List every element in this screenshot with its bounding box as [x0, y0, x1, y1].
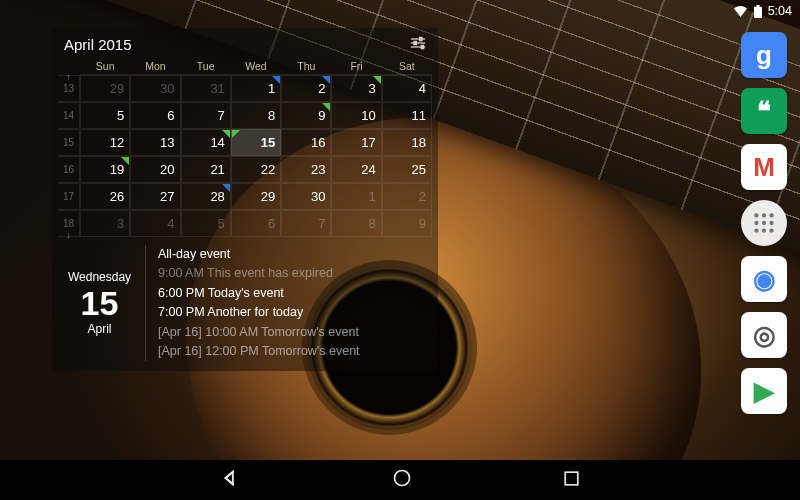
calendar-day-cell[interactable]: 6: [130, 102, 180, 129]
calendar-day-cell[interactable]: 6: [231, 210, 281, 237]
svg-point-12: [754, 228, 758, 232]
app-icon-google[interactable]: g: [741, 32, 787, 78]
event-marker-icon: [322, 103, 330, 111]
calendar-dow-header: Sat: [382, 57, 432, 75]
app-icon-camera[interactable]: ◎: [741, 312, 787, 358]
calendar-week-number: 18↓: [58, 210, 80, 237]
calendar-grid: SunMonTueWedThuFriSat13↑2930311234145678…: [58, 57, 432, 237]
agenda-daynum: 15: [64, 286, 135, 320]
svg-rect-16: [565, 472, 578, 485]
calendar-day-cell[interactable]: 30: [281, 183, 331, 210]
calendar-day-cell[interactable]: 12: [80, 129, 130, 156]
calendar-day-cell[interactable]: 28: [181, 183, 231, 210]
calendar-day-cell[interactable]: 23: [281, 156, 331, 183]
calendar-day-cell[interactable]: 9: [382, 210, 432, 237]
event-marker-icon: [121, 157, 129, 165]
nav-back-button[interactable]: [220, 467, 242, 493]
calendar-day-cell[interactable]: 2: [382, 183, 432, 210]
calendar-day-cell[interactable]: 16: [281, 129, 331, 156]
app-icon-chrome[interactable]: ◉: [741, 256, 787, 302]
calendar-day-cell[interactable]: 17: [331, 129, 381, 156]
agenda-event[interactable]: All-day event: [158, 245, 426, 264]
event-marker-icon: [222, 184, 230, 192]
app-icon-play[interactable]: ▶: [741, 368, 787, 414]
calendar-week-number: 13↑: [58, 75, 80, 102]
event-marker-icon: [272, 76, 280, 84]
agenda-weekday: Wednesday: [64, 270, 135, 284]
status-bar: 5:04: [0, 0, 800, 22]
event-marker-icon: [373, 76, 381, 84]
calendar-day-cell[interactable]: 7: [281, 210, 331, 237]
calendar-day-cell[interactable]: 26: [80, 183, 130, 210]
svg-point-11: [769, 221, 773, 225]
calendar-dow-header: Tue: [181, 57, 231, 75]
calendar-dow-header: Sun: [80, 57, 130, 75]
calendar-day-cell[interactable]: 11: [382, 102, 432, 129]
app-icon-hangouts[interactable]: ❝: [741, 88, 787, 134]
calendar-dow-header: Thu: [281, 57, 331, 75]
calendar-day-cell[interactable]: 14: [181, 129, 231, 156]
calendar-day-cell[interactable]: 31: [181, 75, 231, 102]
calendar-day-cell[interactable]: 19: [80, 156, 130, 183]
calendar-day-cell[interactable]: 5: [181, 210, 231, 237]
calendar-day-cell[interactable]: 7: [181, 102, 231, 129]
svg-point-10: [762, 221, 766, 225]
svg-rect-4: [414, 41, 416, 44]
svg-point-9: [754, 221, 758, 225]
calendar-day-cell[interactable]: 15: [231, 129, 281, 156]
event-marker-icon: [322, 76, 330, 84]
calendar-day-cell[interactable]: 1: [231, 75, 281, 102]
calendar-day-cell[interactable]: 13: [130, 129, 180, 156]
agenda-event[interactable]: [Apr 16] 12:00 PM Tomorrow's event: [158, 342, 426, 361]
nav-recents-button[interactable]: [562, 469, 581, 492]
calendar-widget[interactable]: April 2015 SunMonTueWedThuFriSat13↑29303…: [52, 28, 438, 371]
calendar-day-cell[interactable]: 4: [130, 210, 180, 237]
calendar-day-cell[interactable]: 8: [231, 102, 281, 129]
calendar-header: April 2015: [58, 34, 432, 57]
calendar-dow-header: Wed: [231, 57, 281, 75]
svg-point-15: [394, 471, 409, 486]
calendar-dow-header: Mon: [130, 57, 180, 75]
calendar-day-cell[interactable]: 2: [281, 75, 331, 102]
calendar-day-cell[interactable]: 9: [281, 102, 331, 129]
calendar-day-cell[interactable]: 5: [80, 102, 130, 129]
calendar-day-cell[interactable]: 8: [331, 210, 381, 237]
calendar-day-cell[interactable]: 25: [382, 156, 432, 183]
agenda-event[interactable]: [Apr 16] 10:00 AM Tomorrow's event: [158, 323, 426, 342]
calendar-title: April 2015: [64, 36, 132, 53]
svg-point-14: [769, 228, 773, 232]
nav-home-button[interactable]: [392, 468, 412, 492]
calendar-day-cell[interactable]: 3: [80, 210, 130, 237]
app-drawer-button[interactable]: [741, 200, 787, 246]
calendar-day-cell[interactable]: 21: [181, 156, 231, 183]
calendar-day-cell[interactable]: 4: [382, 75, 432, 102]
calendar-day-cell[interactable]: 27: [130, 183, 180, 210]
agenda-list[interactable]: All-day event9:00 AM This event has expi…: [158, 245, 426, 361]
agenda-event[interactable]: 9:00 AM This event has expired: [158, 264, 426, 283]
svg-rect-3: [420, 37, 422, 40]
calendar-day-cell[interactable]: 3: [331, 75, 381, 102]
agenda[interactable]: Wednesday 15 April All-day event9:00 AM …: [58, 237, 432, 363]
settings-icon[interactable]: [410, 36, 426, 53]
calendar-dow-header: Fri: [331, 57, 381, 75]
calendar-day-cell[interactable]: 22: [231, 156, 281, 183]
calendar-day-cell[interactable]: 1: [331, 183, 381, 210]
battery-icon: [754, 5, 762, 18]
calendar-day-cell[interactable]: 30: [130, 75, 180, 102]
app-icon-gmail[interactable]: M: [741, 144, 787, 190]
navigation-bar: [0, 460, 800, 500]
calendar-week-number: 15: [58, 129, 80, 156]
svg-point-13: [762, 228, 766, 232]
agenda-event[interactable]: 7:00 PM Another for today: [158, 303, 426, 322]
svg-point-6: [754, 213, 758, 217]
calendar-day-cell[interactable]: 10: [331, 102, 381, 129]
calendar-week-number: 16: [58, 156, 80, 183]
status-time: 5:04: [768, 4, 792, 18]
calendar-day-cell[interactable]: 18: [382, 129, 432, 156]
calendar-week-number: 17: [58, 183, 80, 210]
calendar-day-cell[interactable]: 29: [231, 183, 281, 210]
agenda-event[interactable]: 6:00 PM Today's event: [158, 284, 426, 303]
calendar-day-cell[interactable]: 29: [80, 75, 130, 102]
calendar-day-cell[interactable]: 24: [331, 156, 381, 183]
calendar-day-cell[interactable]: 20: [130, 156, 180, 183]
